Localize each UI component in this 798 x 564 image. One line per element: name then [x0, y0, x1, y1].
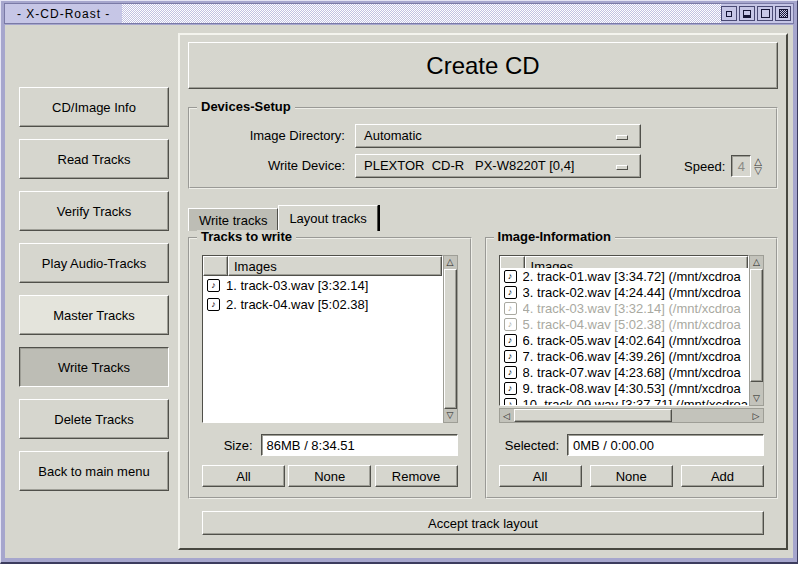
image-row-text: 5. track-04.wav [5:02.38] (/mnt/xcdroa: [523, 317, 741, 332]
scroll-down-icon[interactable]: ▽: [444, 409, 457, 422]
sidebar-button-label: Verify Tracks: [57, 204, 131, 219]
button-label: Remove: [392, 469, 440, 484]
button-label: All: [236, 469, 250, 484]
sidebar: CD/Image Info Read Tracks Verify Tracks …: [5, 25, 175, 558]
image-row-text: 4. track-03.wav [3:32.14] (/mnt/xcdroa: [523, 301, 741, 316]
image-row-text: 3. track-02.wav [4:24.44] (/mnt/xcdroa: [523, 285, 741, 300]
scrollbar-trough[interactable]: [750, 382, 763, 392]
image-rows: ♪ 2. track-01.wav [3:34.72] (/mnt/xcdroa…: [500, 268, 748, 405]
audio-note-icon: ♪: [504, 334, 517, 347]
image-row[interactable]: ♪ 6. track-05.wav [4:02.64] (/mnt/xcdroa: [500, 332, 748, 348]
track-rows: ♪ 1. track-03.wav [3:32.14] ♪ 2. track-0…: [203, 276, 442, 422]
image-row-text: 10. track-09.wav [3:37.71] (/mnt/xcdroa: [523, 397, 748, 406]
add-button[interactable]: Add: [681, 465, 764, 487]
scroll-right-icon[interactable]: ▷: [749, 409, 763, 422]
image-row[interactable]: ♪ 5. track-04.wav [5:02.38] (/mnt/xcdroa: [500, 316, 748, 332]
selected-field[interactable]: 0MB / 0:00.00: [567, 434, 764, 456]
sidebar-button[interactable]: Master Tracks: [19, 295, 169, 335]
speed-input[interactable]: 4: [731, 155, 751, 177]
tracks-buttons: All None Remove: [202, 465, 458, 487]
tab-layout-tracks[interactable]: Layout tracks: [278, 205, 377, 231]
images-horizontal-scrollbar[interactable]: ◁ ▷: [499, 408, 764, 423]
sidebar-button[interactable]: Back to main menu: [19, 451, 169, 491]
images-vertical-scrollbar[interactable]: △ ▽: [749, 255, 764, 406]
tracks-to-write-frame: Tracks to write Images ♪: [188, 237, 472, 499]
remove-button[interactable]: Remove: [375, 465, 458, 487]
image-row[interactable]: ♪ 9. track-08.wav [4:30.53] (/mnt/xcdroa: [500, 380, 748, 396]
sidebar-button[interactable]: CD/Image Info: [19, 87, 169, 127]
window-title: - X-CD-Roast -: [5, 4, 122, 23]
write-device-label: Write Device:: [190, 158, 355, 173]
image-row[interactable]: ♪ 4. track-03.wav [3:32.14] (/mnt/xcdroa: [500, 300, 748, 316]
scrollbar-thumb[interactable]: [750, 269, 763, 382]
titlebar[interactable]: - X-CD-Roast -: [4, 3, 794, 24]
main-panel: Create CD Devices-Setup Image Directory:…: [178, 33, 788, 550]
tracks-to-write-list[interactable]: Images ♪ 1. track-03.wav [3:32.14]: [202, 255, 443, 423]
scroll-down-icon[interactable]: ▽: [750, 392, 763, 405]
window-menu-icon: [779, 9, 788, 18]
tab-label: Layout tracks: [289, 211, 366, 226]
accept-track-layout-button[interactable]: Accept track layout: [202, 511, 764, 535]
page-header: Create CD: [188, 42, 778, 89]
scrollbar-thumb[interactable]: [444, 269, 457, 409]
image-row[interactable]: ♪ 3. track-02.wav [4:24.44] (/mnt/xcdroa: [500, 284, 748, 300]
window-menu-button[interactable]: [775, 6, 791, 21]
write-device-dropdown[interactable]: PLEXTOR CD-R PX-W8220T [0,4]: [355, 154, 641, 178]
image-row-text: 8. track-07.wav [4:23.68] (/mnt/xcdroa: [523, 365, 741, 380]
image-information-title: Image-Information: [494, 230, 615, 244]
tracks-vertical-scrollbar[interactable]: △ ▽: [443, 255, 458, 423]
image-directory-dropdown[interactable]: Automatic: [355, 124, 641, 148]
select-all-button[interactable]: All: [202, 465, 285, 487]
image-row[interactable]: ♪ 2. track-01.wav [3:34.72] (/mnt/xcdroa: [500, 268, 748, 284]
maximize-icon: [761, 9, 770, 18]
sidebar-button-label: Delete Tracks: [54, 412, 133, 427]
tab-bar: Write tracks Layout tracks: [188, 205, 778, 231]
images-buttons: All None Add: [499, 465, 764, 487]
sidebar-button[interactable]: Verify Tracks: [19, 191, 169, 231]
sidebar-button[interactable]: Write Tracks: [19, 347, 169, 387]
window-minimize-button[interactable]: [739, 6, 755, 21]
image-information-listbox: Images ♪ 2. track-01.wav [3:34.72] (/mnt…: [499, 255, 764, 406]
scroll-up-icon[interactable]: △: [750, 256, 763, 269]
scrollbar-thumb[interactable]: [514, 409, 672, 422]
image-information-frame: Image-Information Images ♪: [485, 237, 778, 499]
select-none-button[interactable]: None: [590, 465, 673, 487]
images-column-header[interactable]: Images: [228, 256, 442, 276]
sidebar-button-label: Master Tracks: [53, 308, 135, 323]
window-controls: [721, 4, 793, 23]
scroll-left-icon[interactable]: ◁: [500, 409, 514, 422]
sidebar-button[interactable]: Play Audio-Tracks: [19, 243, 169, 283]
image-row[interactable]: ♪ 10. track-09.wav [3:37.71] (/mnt/xcdro…: [500, 396, 748, 405]
image-information-list[interactable]: Images ♪ 2. track-01.wav [3:34.72] (/mnt…: [499, 255, 749, 406]
sidebar-button[interactable]: Read Tracks: [19, 139, 169, 179]
tab-write-tracks[interactable]: Write tracks: [188, 208, 278, 231]
track-row-text: 2. track-04.wav [5:02.38]: [226, 297, 368, 312]
track-row[interactable]: ♪ 2. track-04.wav [5:02.38]: [203, 295, 442, 314]
audio-note-icon: ♪: [504, 270, 517, 283]
audio-note-icon: ♪: [504, 398, 517, 406]
sidebar-button-label: CD/Image Info: [52, 100, 136, 115]
size-field[interactable]: 86MB / 8:34.51: [261, 434, 458, 456]
sidebar-button[interactable]: Delete Tracks: [19, 399, 169, 439]
window-content: CD/Image Info Read Tracks Verify Tracks …: [5, 25, 793, 558]
page-title: Create CD: [426, 52, 539, 80]
image-row[interactable]: ♪ 8. track-07.wav [4:23.68] (/mnt/xcdroa: [500, 364, 748, 380]
audio-note-icon: ♪: [504, 286, 517, 299]
speed-control: Speed: 4 △ ▽: [684, 155, 762, 177]
select-none-button[interactable]: None: [288, 465, 371, 487]
select-all-button[interactable]: All: [499, 465, 582, 487]
icon-column-header[interactable]: [203, 256, 228, 276]
button-label: All: [533, 469, 547, 484]
window-shade-button[interactable]: [721, 6, 737, 21]
audio-note-icon: ♪: [504, 382, 517, 395]
track-row-text: 1. track-03.wav [3:32.14]: [226, 278, 368, 293]
window-maximize-button[interactable]: [757, 6, 773, 21]
track-row[interactable]: ♪ 1. track-03.wav [3:32.14]: [203, 276, 442, 295]
write-device-row: Write Device: PLEXTOR CD-R PX-W8220T [0,…: [190, 153, 762, 178]
image-row[interactable]: ♪ 7. track-06.wav [4:39.26] (/mnt/xcdroa: [500, 348, 748, 364]
audio-note-icon: ♪: [504, 302, 517, 315]
scroll-up-icon[interactable]: △: [444, 256, 457, 269]
spin-down-icon[interactable]: ▽: [754, 166, 762, 175]
list-header: Images: [203, 256, 442, 276]
sidebar-button-label: Read Tracks: [58, 152, 131, 167]
